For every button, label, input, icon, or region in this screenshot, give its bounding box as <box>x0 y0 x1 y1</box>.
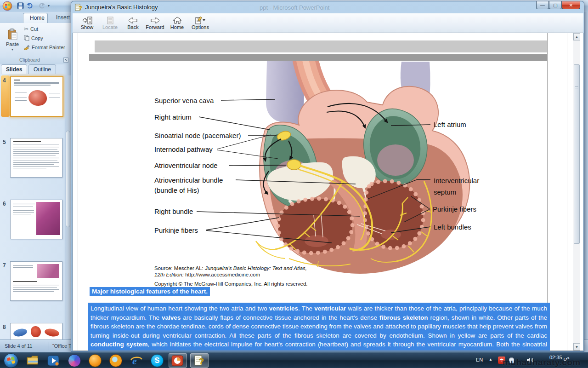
taskbar-gom-player[interactable] <box>86 353 104 368</box>
language-indicator[interactable]: EN <box>476 357 483 362</box>
save-button[interactable] <box>16 1 25 10</box>
label-septum: septum <box>434 188 456 196</box>
content-scrollbar[interactable]: ▲ ▼ <box>573 33 580 351</box>
heart-figure: Superior vena cava Right atrium Sinoatri… <box>152 61 492 305</box>
panel-scrollbar-thumb[interactable] <box>66 131 70 227</box>
close-icon: ✕ <box>569 3 573 8</box>
taskbar-media-player[interactable] <box>45 353 63 368</box>
format-painter-button[interactable]: Format Painter <box>24 44 65 50</box>
label-sinoatrial-node: Sinoatrial node (pacemaker) <box>154 132 241 140</box>
options-label: Options <box>192 24 209 30</box>
home-icon <box>173 17 182 24</box>
forward-label: Forward <box>146 24 164 30</box>
help-file-icon: ? <box>75 4 82 11</box>
dialog-launcher-icon[interactable] <box>63 58 68 63</box>
tab-slides[interactable]: Slides <box>1 64 27 74</box>
slide-thumbnail-7[interactable] <box>10 261 62 301</box>
taskbar-help-viewer[interactable]: ? <box>190 353 209 368</box>
mini-heart-image <box>31 326 41 337</box>
home-label: Home <box>170 24 184 30</box>
panel-scrollbar[interactable] <box>65 75 71 339</box>
label-purkinje-fibers-right: Purkinje fibers <box>433 205 476 213</box>
scroll-up-button[interactable]: ▲ <box>573 33 580 40</box>
tab-home[interactable]: Home <box>23 13 48 23</box>
show-hidden-icons[interactable]: ▲ <box>489 357 492 362</box>
tab-insert[interactable]: Insert <box>50 13 73 23</box>
slide-thumbnail-4[interactable] <box>10 76 63 117</box>
undo-button[interactable] <box>26 1 35 10</box>
start-button[interactable] <box>2 353 20 368</box>
background-window-title: ppt - Microsoft PowerPoint <box>260 4 329 11</box>
back-arrow-icon <box>128 17 138 24</box>
office-button[interactable] <box>2 0 13 12</box>
copy-button[interactable]: Copy <box>24 35 43 41</box>
powerpoint-icon <box>171 355 184 367</box>
paste-label: Paste <box>6 41 19 47</box>
show-icon <box>82 17 92 24</box>
help-content[interactable]: Superior vena cava Right atrium Sinoatri… <box>73 33 583 351</box>
taskbar-powerpoint[interactable] <box>169 353 187 368</box>
taskbar-explorer[interactable] <box>24 353 42 368</box>
show-label: Show <box>81 24 94 30</box>
windows-start-icon <box>3 353 19 368</box>
source-prefix: Source: Mescher AL: <box>154 265 205 271</box>
home-button[interactable]: Home <box>166 15 188 31</box>
page-divider <box>78 33 78 351</box>
forward-button[interactable]: Forward <box>144 15 166 31</box>
svg-text:?: ? <box>79 5 82 11</box>
cut-icon: ✂ <box>24 26 28 32</box>
format-painter-icon <box>24 44 30 50</box>
slide-number: 5 <box>3 139 9 145</box>
skype-icon: S <box>151 354 164 367</box>
options-button[interactable]: Options <box>188 15 212 31</box>
label-interventricular: Interventricular <box>434 177 479 185</box>
powerpoint-right-edge <box>584 12 588 339</box>
paste-button[interactable]: Paste ▼ <box>4 25 21 54</box>
label-atrioventricular-bundle: Atrioventricular bundle <box>154 176 223 184</box>
slide-thumbnail-5[interactable] <box>10 138 62 178</box>
show-button[interactable]: Show <box>76 15 98 31</box>
back-button[interactable]: Back <box>122 15 144 31</box>
help-taskbar-icon: ? <box>194 355 205 367</box>
options-icon <box>195 17 206 24</box>
taskbar-internet-explorer[interactable]: e <box>127 353 146 368</box>
tab-outline[interactable]: Outline <box>28 64 56 74</box>
minimize-icon: — <box>540 3 545 8</box>
minimize-button[interactable]: — <box>536 1 549 9</box>
help-window-title: Junqueira's Basic Histology <box>85 4 158 11</box>
image-band-dark <box>89 54 547 61</box>
label-right-atrium: Right atrium <box>154 113 192 121</box>
mini-histology-image <box>36 202 60 235</box>
cut-button[interactable]: ✂ Cut <box>24 26 38 32</box>
slide-number: 6 <box>3 201 9 207</box>
image-band-light <box>95 40 547 52</box>
maximize-button[interactable]: ▢ <box>549 1 562 9</box>
help-titlebar[interactable]: ? Junqueira's Basic Histology ppt - Micr… <box>71 1 584 13</box>
source-edition: 12th Edition: <box>154 272 184 277</box>
locate-button[interactable]: Locate <box>99 15 121 31</box>
scrollbar-thumb[interactable] <box>574 64 580 244</box>
svg-text:?: ? <box>199 357 204 366</box>
help-toolbar: Show Locate Back Forward H <box>73 13 583 33</box>
undo-icon <box>27 2 34 9</box>
close-button[interactable]: ✕ <box>562 1 580 9</box>
slides-panel: Slides Outline 4 5 <box>0 64 72 339</box>
cut-label: Cut <box>30 26 38 32</box>
slide-thumbnail-8[interactable] <box>10 323 62 340</box>
mini-histology-image <box>37 264 59 278</box>
redo-button[interactable] <box>37 1 46 10</box>
taskbar-browser-swirl[interactable] <box>65 353 84 368</box>
label-atrioventricular-node: Atrioventricular node <box>154 161 218 170</box>
qat-dropdown-icon[interactable]: ▾ <box>48 4 50 8</box>
paste-icon <box>7 29 18 40</box>
taskbar-firefox[interactable] <box>107 353 125 368</box>
label-left-bundles: Left bundles <box>434 223 471 231</box>
forward-arrow-icon <box>150 17 160 24</box>
taskbar-skype[interactable]: S <box>148 353 166 368</box>
swirl-browser-icon <box>68 354 81 367</box>
help-window: ? Junqueira's Basic Histology ppt - Micr… <box>71 1 584 352</box>
scroll-down-button[interactable]: ▼ <box>573 343 580 351</box>
slide-thumbnail-6[interactable] <box>10 200 62 239</box>
label-internodal-pathway: Internodal pathway <box>154 145 213 154</box>
slide-number: 7 <box>3 262 9 269</box>
